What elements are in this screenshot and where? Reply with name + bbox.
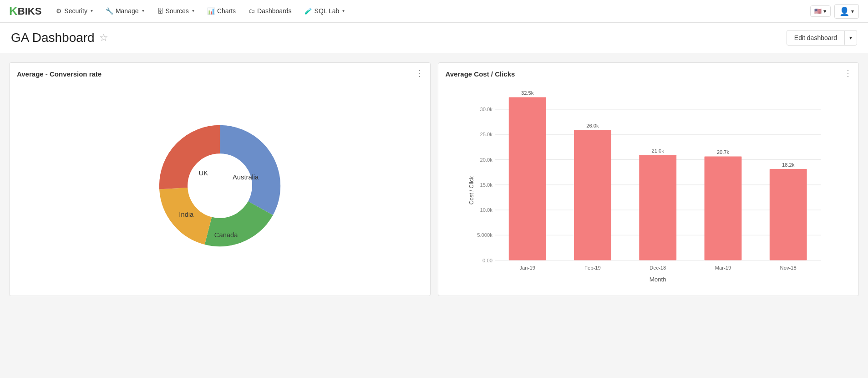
bar-nov18 <box>769 169 807 261</box>
bar-value-mar19: 20.7k <box>716 149 729 155</box>
bar-value-jan19: 32.5k <box>521 90 533 96</box>
y-tick-30k: 30.0k <box>480 107 492 112</box>
dashboard-content: Average - Conversion rate ⋮ <box>0 53 868 305</box>
page-header: GA Dashboard ☆ Edit dashboard ▾ <box>0 23 868 53</box>
x-label-feb19: Feb-19 <box>584 265 601 271</box>
chevron-down-icon: ▾ <box>342 8 345 13</box>
edit-dashboard-dropdown[interactable]: ▾ <box>844 31 857 45</box>
bar-feb19 <box>574 130 611 261</box>
bar-value-dec18: 21.0k <box>651 148 664 153</box>
chevron-down-icon: ▾ <box>91 8 93 13</box>
y-tick-0: 0.00 <box>482 258 492 263</box>
sqllab-icon: 🧪 <box>305 7 312 15</box>
label-uk: UK <box>198 169 208 177</box>
security-icon: ⚙ <box>56 7 62 15</box>
flag-dropdown-icon: ▾ <box>823 8 827 15</box>
y-tick-25k: 25.0k <box>480 132 492 137</box>
donut-chart-menu[interactable]: ⋮ <box>416 69 424 77</box>
nav-sqllab-label: SQL Lab <box>315 7 340 15</box>
brand-logo[interactable]: KBIKS <box>9 4 41 18</box>
nav-charts[interactable]: 📊 Charts <box>202 0 241 23</box>
donut-chart-card: Average - Conversion rate ⋮ <box>9 62 431 296</box>
bar-chart-menu[interactable]: ⋮ <box>844 69 852 77</box>
donut-chart-title: Average - Conversion rate <box>17 70 423 78</box>
nav-manage[interactable]: 🔧 Manage ▾ <box>100 0 150 23</box>
sources-icon: 🗄 <box>157 7 163 15</box>
chevron-down-icon: ▾ <box>192 8 194 13</box>
label-australia: Australia <box>233 174 259 181</box>
bar-value-nov18: 18.2k <box>782 162 794 168</box>
nav-right: 🇺🇸 ▾ 👤 ▾ <box>810 4 859 19</box>
x-label-nov18: Nov-18 <box>780 265 796 271</box>
brand-biks: BIKS <box>18 5 42 17</box>
bar-jan19 <box>508 97 546 260</box>
dashboards-icon: 🗂 <box>249 7 255 15</box>
bar-chart-title: Average Cost / Clicks <box>446 70 852 78</box>
label-india: India <box>179 211 194 218</box>
y-tick-20k: 20.0k <box>480 157 492 163</box>
edit-dashboard-button[interactable]: Edit dashboard <box>787 31 844 45</box>
bar-dec18 <box>639 155 676 260</box>
y-axis-label: Cost / Click <box>468 176 475 204</box>
page-title-section: GA Dashboard ☆ <box>11 31 108 45</box>
nav-security-label: Security <box>64 7 87 15</box>
donut-chart-container: Australia UK India Canada <box>17 83 423 288</box>
charts-icon: 📊 <box>207 7 215 15</box>
y-tick-10k: 10.0k <box>480 207 492 213</box>
label-canada: Canada <box>214 231 238 239</box>
x-label-dec18: Dec-18 <box>650 265 666 271</box>
donut-segments <box>173 139 266 232</box>
nav-sources-label: Sources <box>166 7 189 15</box>
nav-dashboards[interactable]: 🗂 Dashboards <box>243 0 297 23</box>
x-label-jan19: Jan-19 <box>519 265 535 271</box>
bar-chart-card: Average Cost / Clicks ⋮ Cost / Click 0.0… <box>438 62 859 296</box>
edit-dashboard-button-group: Edit dashboard ▾ <box>787 30 857 46</box>
nav-sources[interactable]: 🗄 Sources ▾ <box>152 0 200 23</box>
flag-icon: 🇺🇸 <box>814 8 822 15</box>
nav-security[interactable]: ⚙ Security ▾ <box>51 0 98 23</box>
brand-k: K <box>9 4 18 18</box>
user-menu[interactable]: 👤 ▾ <box>834 4 859 19</box>
nav-sqllab[interactable]: 🧪 SQL Lab ▾ <box>299 0 350 23</box>
x-label-mar19: Mar-19 <box>715 265 731 271</box>
x-axis-title: Month <box>649 276 666 283</box>
manage-icon: 🔧 <box>106 7 113 15</box>
chevron-down-icon: ▾ <box>142 8 144 13</box>
page-title: GA Dashboard <box>11 31 95 45</box>
navbar: KBIKS ⚙ Security ▾ 🔧 Manage ▾ 🗄 Sources … <box>0 0 868 23</box>
user-chevron-icon: ▾ <box>851 8 854 15</box>
bar-chart-svg: Cost / Click 0.00 5.000k 10.0k 15.0k 20.… <box>450 88 847 288</box>
y-tick-15k: 15.0k <box>480 182 492 188</box>
language-selector[interactable]: 🇺🇸 ▾ <box>810 5 831 17</box>
favorite-star-icon[interactable]: ☆ <box>99 32 108 44</box>
bar-value-feb19: 26.0k <box>586 123 599 128</box>
donut-chart-svg: Australia UK India Canada <box>142 108 297 263</box>
user-icon: 👤 <box>839 6 849 16</box>
y-tick-5k: 5.000k <box>477 232 492 238</box>
nav-charts-label: Charts <box>217 7 236 15</box>
bar-chart-container: Cost / Click 0.00 5.000k 10.0k 15.0k 20.… <box>446 83 852 288</box>
bar-mar19 <box>704 156 741 260</box>
nav-manage-label: Manage <box>116 7 139 15</box>
nav-dashboards-label: Dashboards <box>257 7 292 15</box>
donut-center <box>188 154 252 218</box>
